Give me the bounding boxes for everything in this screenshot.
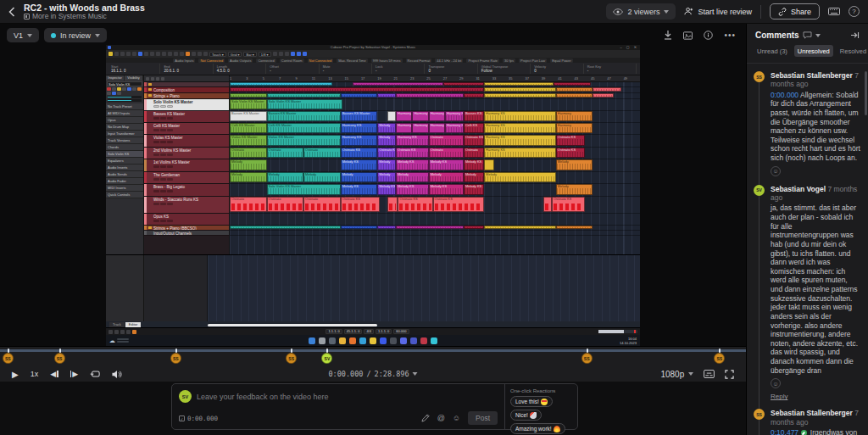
comment-header: Sebastian Stallenberger 7 months ago	[771, 409, 861, 427]
clip-waveform	[397, 139, 428, 145]
more-options-icon[interactable]: •••	[724, 31, 736, 40]
clip-waveform	[342, 188, 377, 194]
breadcrumb[interactable]: More in Systems Music	[32, 13, 107, 21]
cubase-hscrollbar	[208, 324, 377, 326]
next-frame-button[interactable]: ▶	[70, 370, 78, 378]
loop-button[interactable]	[90, 370, 100, 378]
taskbar-app-icon-store	[380, 337, 387, 344]
clip-waveform	[557, 188, 593, 194]
info-field: End20.6.1. 0	[162, 64, 213, 74]
clip-waveform	[342, 227, 377, 228]
add-reaction-icon[interactable]: ☺	[771, 378, 781, 388]
info-value: -	[587, 69, 634, 73]
clip-waveform	[231, 176, 266, 181]
clip	[377, 226, 396, 229]
clip-waveform	[465, 188, 483, 194]
back-button[interactable]	[0, 0, 24, 24]
toolbar-micro-icon	[203, 52, 208, 56]
fullscreen-button[interactable]	[725, 370, 734, 379]
reaction-rocket[interactable]: Nice!	[510, 410, 542, 421]
comment-timestamp-link[interactable]: 0:00.000	[771, 91, 798, 99]
tab-resolved[interactable]: Resolved	[837, 45, 868, 57]
info-field: Offset-	[268, 64, 319, 74]
clip: Melody	[267, 172, 304, 182]
timeline-comment-marker[interactable]: SS	[581, 353, 593, 364]
clip-label: Melody KS	[465, 160, 481, 164]
comments-scrollbar[interactable]	[865, 71, 867, 115]
folder-icon	[148, 94, 152, 97]
timeline-comment-marker[interactable]: SS	[286, 353, 297, 364]
cubase-info-line: Start16.1.1. 0End20.6.1. 0Length4.5.0. 0…	[106, 63, 640, 75]
keyboard-shortcuts-icon[interactable]	[828, 8, 840, 15]
track-color-strip	[144, 159, 147, 171]
info-icon[interactable]	[704, 31, 713, 40]
reaction-heart-eyes[interactable]: Love this!	[510, 396, 553, 407]
track-color-strip	[144, 135, 147, 147]
time-display[interactable]: 0:00.000/2:28.896	[328, 370, 417, 378]
add-reaction-icon[interactable]: ☺	[771, 166, 781, 176]
timeline-comment-marker[interactable]: SS	[714, 353, 725, 364]
viewers-button[interactable]: 2 viewers	[606, 3, 676, 20]
timestamp-toggle[interactable]: ✓ 0:00.000	[179, 415, 218, 422]
toolbar-micro-icon	[180, 52, 184, 56]
chevron-down-icon[interactable]	[815, 34, 821, 37]
previous-frame-button[interactable]: ◀	[50, 370, 58, 378]
clip-waveform	[342, 176, 377, 181]
track-controls	[153, 220, 173, 222]
frame-grab-icon[interactable]	[683, 31, 693, 40]
clip-waveform	[397, 152, 428, 157]
clip-waveform	[465, 95, 483, 97]
video-player-surface[interactable]: Cubase Pro Project by Sebastian Vogel - …	[106, 45, 640, 346]
post-button[interactable]: Post	[468, 411, 498, 425]
track-controls	[153, 141, 173, 143]
ruler-bar-number: 21	[394, 76, 398, 81]
emoji-icon[interactable]: ☺	[453, 414, 460, 422]
clip-label: Ostinato KS	[399, 198, 417, 201]
toolbar-micro-icon	[144, 52, 148, 56]
quality-selector[interactable]: 1080p	[660, 370, 693, 379]
reaction-fire[interactable]: Amazing work!	[510, 423, 565, 434]
clip-label: Ostinato	[431, 136, 443, 139]
timeline-comment-marker[interactable]: SS	[3, 353, 14, 364]
feedback-input[interactable]: Leave your feedback on the video here	[197, 393, 329, 401]
annotation-pen-icon[interactable]	[421, 414, 430, 422]
playback-speed-button[interactable]: 1x	[31, 370, 39, 378]
timeline-comment-marker[interactable]: SS	[170, 353, 181, 364]
collapse-panel-icon[interactable]	[850, 31, 860, 39]
play-button[interactable]: ▶	[12, 370, 19, 379]
clip-waveform	[397, 188, 428, 194]
timeline-comment-marker[interactable]: SV	[321, 353, 332, 364]
share-button[interactable]: Share	[770, 3, 820, 20]
clip-waveform	[268, 115, 340, 120]
track-controls	[153, 129, 173, 131]
timeline-scrubber[interactable]	[0, 349, 746, 352]
tab-unread-[interactable]: Unread (3)	[754, 45, 791, 57]
start-live-review-button[interactable]: Start live review	[684, 7, 752, 16]
mention-icon[interactable]: @	[437, 414, 445, 422]
track-name: 2nd Violins KS Master	[153, 148, 191, 153]
clip-waveform	[430, 152, 463, 157]
help-icon[interactable]: ?	[849, 6, 860, 17]
track-row: Input/Output Channels	[144, 231, 229, 236]
comment-body: Sebastian Stallenberger 7 months ago0:10…	[771, 409, 861, 435]
version-selector[interactable]: V1	[7, 28, 39, 42]
status-selector[interactable]: In review	[44, 28, 107, 42]
clip-waveform	[378, 152, 395, 157]
tab-unresolved[interactable]: Unresolved	[794, 45, 833, 57]
arrangement-row: OstinatoOstinatoOstinatoOstinato KSOstin…	[230, 148, 640, 159]
ruler-bar-number: 49	[624, 76, 627, 81]
comment-timestamp-link[interactable]: 0:10.477	[771, 428, 798, 435]
info-value: 0	[428, 69, 475, 73]
download-icon[interactable]	[664, 31, 672, 40]
timeline-comment-marker[interactable]: SS	[54, 353, 65, 364]
clip-label: Melody KS	[431, 160, 447, 164]
clip: Ostinato KS	[552, 197, 585, 212]
reply-link[interactable]: Reply	[771, 393, 861, 400]
track-mini-button	[167, 190, 173, 192]
avatar: SS	[754, 409, 765, 420]
volume-button[interactable]	[112, 370, 122, 379]
clip-label: Melody KS	[398, 185, 414, 188]
track-row: Solo Violin KS Master	[144, 99, 229, 111]
track-mini-button	[167, 178, 173, 181]
captions-icon[interactable]	[704, 370, 715, 378]
